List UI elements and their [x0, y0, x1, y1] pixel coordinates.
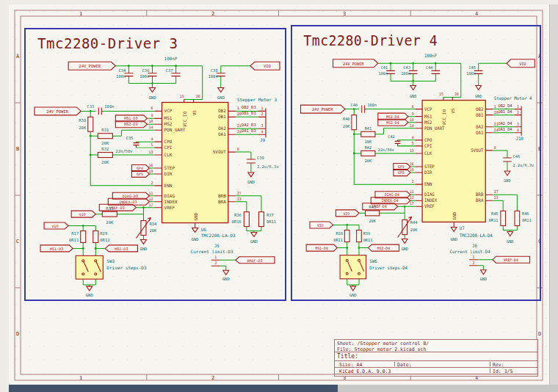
pin-name: CLK — [164, 152, 173, 157]
grid-row-label: B — [16, 146, 19, 152]
resistor-r-p1[interactable] — [344, 230, 349, 242]
grid-col-label: 1 — [79, 375, 82, 381]
resistor-ref: R33 — [106, 206, 113, 211]
pin-name: CPO — [164, 139, 173, 144]
resistor-ref: R40 — [343, 117, 349, 121]
driver4-sheet-box[interactable]: Tmc2280-Driver 4 24V_POWER VIO 24V_POWER… — [291, 25, 541, 301]
ms1-label[interactable]: MS1-D3 — [124, 116, 137, 120]
resistor-r-clk[interactable] — [98, 153, 112, 158]
conn-pin-number: 2 — [214, 261, 217, 265]
power-label[interactable]: 24V_POWER — [312, 107, 333, 112]
resistor-r-vref[interactable] — [366, 211, 380, 216]
pin-name: GND — [193, 212, 198, 220]
pin-number: 8 — [494, 145, 496, 150]
resistor-r-sa[interactable] — [501, 211, 506, 225]
cap-value: 100n — [208, 74, 217, 79]
ic-ref: U6 — [201, 227, 207, 232]
vref-label[interactable]: VREF-D3 — [247, 258, 262, 263]
resistor-r-sb[interactable] — [515, 211, 520, 225]
pin-name: VCP — [424, 106, 432, 111]
net-label: OB1_D4 — [499, 109, 512, 115]
ms1-label[interactable]: MS1-D3 — [50, 247, 63, 251]
titleblock-rev: Rev: — [490, 362, 535, 366]
ms2-label[interactable]: MS2-D4 — [377, 246, 390, 250]
dip-switch[interactable] — [340, 255, 366, 279]
resistor-r-sa[interactable] — [244, 212, 249, 227]
driver3-sheet-box[interactable]: Tmc2280-Driver 3 24V_POWER VIO 24V_POWER… — [24, 28, 286, 301]
pin-number: 14 — [148, 125, 153, 129]
vio-label[interactable]: VIO — [264, 64, 271, 68]
resistor-r-p2[interactable] — [93, 231, 98, 243]
conn-pin-number: 3 — [261, 123, 263, 128]
ms2-label[interactable]: MS2-D3 — [115, 247, 128, 251]
resistor-r-vref[interactable] — [102, 211, 117, 217]
step-label[interactable]: GP4 — [137, 166, 143, 170]
dir-label[interactable]: GP2 — [398, 170, 405, 175]
driver-schematic[interactable]: Tmc2280-Driver 4 24V_POWER VIO 24V_POWER… — [292, 26, 540, 300]
driver-schematic[interactable]: Tmc2280-Driver 3 24V_POWER VIO 24V_POWER… — [26, 29, 285, 300]
vio-label[interactable]: VIO — [79, 212, 86, 217]
resistor-r-clk[interactable] — [361, 150, 375, 156]
cap-value: 100n — [401, 71, 410, 76]
ms2-label[interactable]: MS2-D4 — [386, 120, 399, 125]
resistor-r-bus[interactable] — [352, 115, 357, 130]
pin-name: OB2 — [476, 106, 484, 111]
conn-pin-number: 1 — [261, 106, 263, 110]
ms2-label[interactable]: MS2-D3 — [124, 122, 137, 126]
titleblock-size: Size: A4 — [337, 362, 394, 366]
gnd-label: GND — [475, 93, 482, 98]
ms1-label[interactable]: MS1-D4 — [386, 115, 399, 119]
power-label[interactable]: 24V_POWER — [343, 62, 364, 67]
bulk-cap-value: 100nF — [424, 54, 438, 58]
switch-desc: Driver steps-D3 — [106, 265, 147, 271]
resistor-ref: R17 — [71, 231, 79, 236]
vio-label[interactable]: VIO — [343, 211, 349, 216]
index-label[interactable]: INDEX-D3 — [119, 200, 137, 204]
ic-value: TMC2208-LA-D4 — [460, 233, 493, 237]
pin-name: BRB — [476, 192, 484, 197]
resistor-r-p2[interactable] — [357, 230, 362, 242]
pin-name: VREF — [424, 204, 435, 208]
pin-number: 6 — [151, 106, 153, 110]
pin-name: STEP — [164, 165, 175, 170]
vio-label[interactable]: VIO — [519, 62, 526, 66]
resistor-r-pdn[interactable] — [98, 134, 112, 139]
climit-ref: J5 — [214, 243, 220, 248]
resistor-value: 0R11 — [100, 238, 109, 242]
gnd-label: GND — [401, 247, 407, 251]
index-label[interactable]: INDEX-D4 — [382, 198, 399, 203]
power-label[interactable]: 24V_POWER — [46, 109, 69, 115]
pin-name: DIR — [164, 171, 173, 176]
resistor-r-sb[interactable] — [258, 212, 264, 227]
window-bottom-bar-light — [338, 385, 558, 392]
resistor-r-pdn[interactable] — [361, 131, 375, 137]
titleblock-title: Title: — [335, 352, 537, 361]
pin-name: 5VOUT — [471, 148, 484, 153]
resistor-value: 0R15 — [232, 219, 242, 224]
ms1-label[interactable]: MS1-D4 — [316, 246, 328, 250]
resistor-r-p1[interactable] — [81, 231, 86, 243]
dir-label[interactable]: GP5 — [137, 172, 143, 176]
cap-ref: C39 — [257, 156, 264, 160]
dip-switch[interactable] — [76, 255, 103, 279]
pin-number: 11 — [410, 189, 414, 194]
net-label: OB2_D3 — [242, 105, 256, 110]
diag-label[interactable]: DIAG-D3 — [123, 194, 138, 198]
resistor-r-bus[interactable] — [88, 117, 93, 131]
pin-name: CPI — [424, 144, 432, 148]
step-label[interactable]: GP3 — [398, 164, 405, 169]
vio-label[interactable]: VIO — [52, 224, 59, 228]
vio-label[interactable]: VIO — [317, 223, 324, 228]
pin-name: VS — [451, 108, 455, 114]
power-label[interactable]: 24V_POWER — [79, 64, 101, 69]
conn-ref: J9 — [260, 137, 266, 142]
ic-value: TMC2208-LA-D3 — [201, 233, 236, 238]
pin-number: 23 — [494, 195, 499, 200]
vref-label[interactable]: VREF-D4 — [504, 258, 518, 262]
pin-number: 27 — [494, 189, 499, 194]
motor-conn-title: Stepper Motor 4 — [494, 95, 532, 101]
pin-number: 16 — [410, 161, 414, 166]
diag-label[interactable]: DIAG-D4 — [385, 192, 399, 197]
gnd-label: GND — [86, 293, 93, 297]
cap-ref: C45 — [468, 65, 475, 70]
